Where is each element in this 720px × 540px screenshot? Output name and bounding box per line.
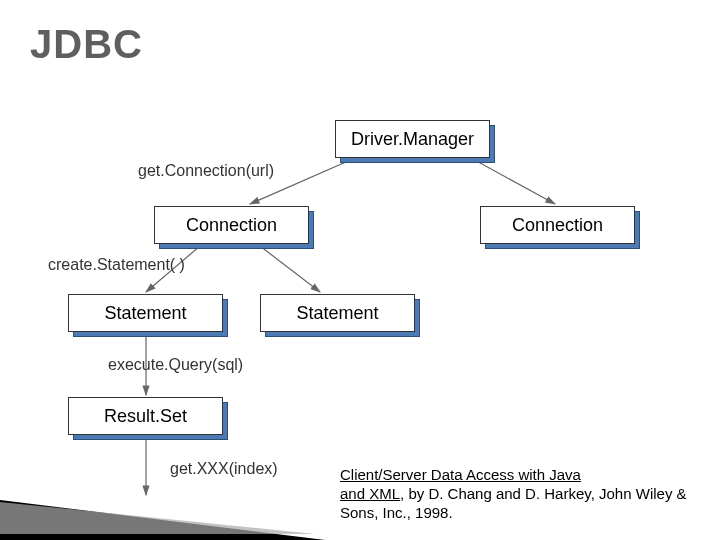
page-title: JDBC xyxy=(30,22,143,67)
footer-wedge-decoration xyxy=(0,492,325,540)
citation-text: Client/Server Data Access with Java and … xyxy=(340,466,705,522)
label-get-connection: get.Connection(url) xyxy=(138,162,274,180)
node-label: Connection xyxy=(154,206,309,244)
node-label: Driver.Manager xyxy=(335,120,490,158)
node-driver-manager: Driver.Manager xyxy=(335,120,490,158)
node-label: Result.Set xyxy=(68,397,223,435)
node-connection-2: Connection xyxy=(480,206,635,244)
citation-title: Client/Server Data Access with Java xyxy=(340,466,581,483)
node-label: Statement xyxy=(260,294,415,332)
svg-line-1 xyxy=(471,158,555,204)
node-connection-1: Connection xyxy=(154,206,309,244)
node-statement-2: Statement xyxy=(260,294,415,332)
label-execute-query: execute.Query(sql) xyxy=(108,356,243,374)
label-get-xxx: get.XXX(index) xyxy=(170,460,278,478)
label-create-statement: create.Statement( ) xyxy=(48,256,185,274)
citation-title-cont: and XML xyxy=(340,485,400,502)
svg-line-3 xyxy=(260,246,320,292)
node-label: Statement xyxy=(68,294,223,332)
node-statement-1: Statement xyxy=(68,294,223,332)
node-label: Connection xyxy=(480,206,635,244)
node-result-set: Result.Set xyxy=(68,397,223,435)
